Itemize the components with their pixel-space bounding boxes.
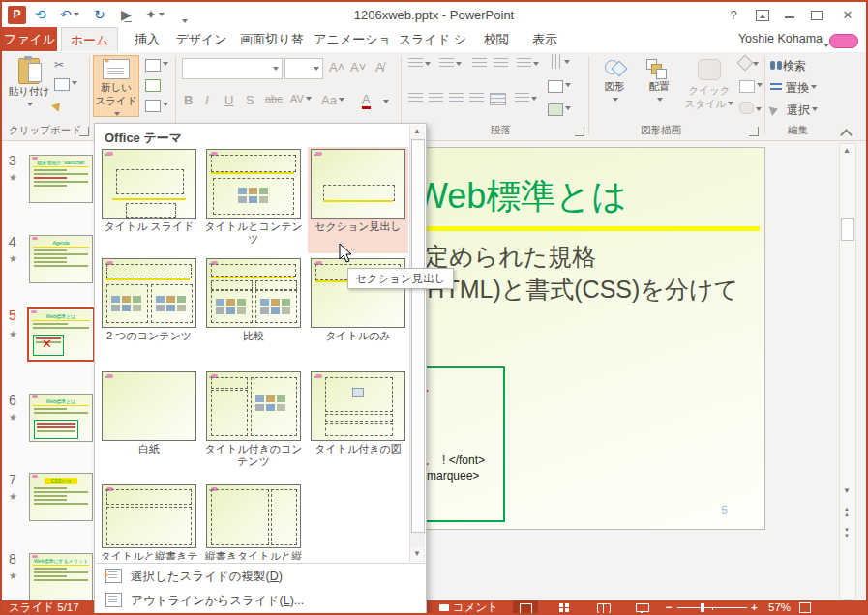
scroll-up-icon[interactable]: ▲ [840,144,853,158]
layout-vertical-title-and-text[interactable]: 縦書きタイトルと縦書きテキスト [203,483,304,560]
justify-button[interactable] [469,93,484,106]
select-button[interactable]: 選択 [770,102,818,119]
gallery-scrollbar[interactable]: ▲ ▼ [409,125,425,562]
slide-canvas[interactable]: Web標準とは 定められた規格 (HTML)と書式(CSS)を分けて ! </f… [410,147,765,530]
avatar[interactable] [829,34,858,48]
zoom-slider-thumb[interactable] [701,603,704,612]
font-color-button[interactable]: A [362,93,371,109]
slide-area-scrollbar[interactable]: ▲ ▼ ▲▲ ▼▼ [839,143,856,600]
zoom-in-button[interactable]: + [751,600,758,615]
shrink-font-button[interactable]: A˅ [350,60,366,74]
view-slideshow-button[interactable] [629,600,654,615]
account-name[interactable]: Yoshie Kohama [738,27,823,51]
slide-thumbnail-3[interactable]: 聴衆者紹介: wantchan [29,155,93,203]
tab-home[interactable]: ホーム [61,27,118,51]
comments-button[interactable]: コメント [439,600,498,615]
next-slide-icon[interactable]: ▼▼ [840,527,853,542]
clipboard-dialog-launcher[interactable] [79,127,89,136]
layout-comparison[interactable]: 比較 [203,256,304,342]
layout-section-header[interactable]: セクション見出し [308,147,408,253]
drawing-dialog-launcher[interactable] [749,127,759,136]
quick-styles-button[interactable]: クイックスタイル [683,55,735,117]
tab-review[interactable]: 校閲 [476,27,517,51]
gallery-scroll-up-icon[interactable]: ▲ [410,125,424,138]
scroll-down-icon[interactable]: ▼ [840,484,853,498]
tab-transitions[interactable]: 画面切り替え [234,27,310,51]
slide-title-text[interactable]: Web標準とは [415,173,627,220]
replace-button[interactable]: 置換 [770,80,817,97]
line-spacing-button[interactable] [517,58,539,72]
copy-button[interactable] [54,77,77,91]
format-painter-button[interactable] [54,98,64,113]
slide-counter[interactable]: スライド 5/17 [9,600,79,615]
grow-font-button[interactable]: A˄ [329,60,344,74]
slide-thumbnail-4[interactable]: Agenda [29,235,93,283]
view-normal-button[interactable] [513,600,538,615]
view-reading-button[interactable] [590,600,615,615]
tab-insert[interactable]: 挿入 [126,27,168,51]
clear-formatting-button[interactable]: A̸ [375,60,384,74]
tab-animations[interactable]: アニメーション [314,27,391,51]
scrollbar-thumb[interactable] [841,218,854,241]
slide-thumbnail-5-selected[interactable]: Web標準とは ✕ [27,308,95,362]
increase-indent-button[interactable] [494,58,508,72]
decrease-indent-button[interactable] [472,58,487,72]
layout-content-with-caption[interactable]: タイトル付きのコンテンツ [203,369,304,468]
columns-button[interactable] [515,93,537,106]
distribute-button[interactable] [490,93,506,108]
font-color-dropdown-icon[interactable] [381,95,389,109]
shape-fill-button[interactable] [739,57,759,72]
numbering-button[interactable] [439,58,462,72]
menu-duplicate-selected-slides[interactable]: 選択したスライドの複製(D) [96,565,425,588]
slide-body-line-2[interactable]: (HTML)と書式(CSS)を分けて [419,274,738,306]
layout-title-and-content[interactable]: タイトルとコンテンツ [203,147,304,246]
tab-design[interactable]: デザイン [174,27,228,51]
align-right-button[interactable] [449,93,464,106]
italic-button[interactable]: I [205,93,209,107]
bold-button[interactable]: B [184,93,193,107]
new-slide-button[interactable]: 新しい スライド [93,55,139,117]
help-button[interactable]: ? [727,9,740,21]
minimize-button[interactable] [783,9,796,21]
paste-button[interactable]: 貼り付け [7,55,51,117]
font-size-combo[interactable] [284,58,323,79]
layout-blank[interactable]: 白紙 [99,369,199,455]
strikethrough-button[interactable]: abc [265,93,283,104]
change-case-button[interactable]: Aa [321,93,344,107]
maximize-button[interactable] [810,9,823,21]
font-name-combo[interactable] [182,58,283,79]
fit-to-window-icon[interactable] [799,602,811,613]
reset-slide-button[interactable] [145,78,161,92]
close-button[interactable]: ✕ [841,9,854,21]
tab-view[interactable]: 表示 [524,27,565,51]
view-slide-sorter-button[interactable] [552,600,577,615]
align-text-button[interactable] [548,79,571,93]
gallery-scrollbar-thumb[interactable] [411,139,425,533]
find-button[interactable]: 検索 [770,58,806,74]
menu-slides-from-outline[interactable]: アウトラインからスライド(L)... [96,589,425,612]
layout-title-and-vertical-text[interactable]: タイトルと縦書きテキスト [99,483,199,560]
slide-thumbnail-7[interactable]: CSSとは [29,473,93,521]
section-button[interactable] [145,99,168,112]
slide-layout-button[interactable] [145,58,168,72]
layout-title-slide[interactable]: タイトル スライド [99,147,199,233]
align-left-button[interactable] [408,93,423,106]
character-spacing-button[interactable]: AV [290,93,312,104]
convert-smartart-button[interactable] [548,102,571,116]
cut-button[interactable]: ✂ [54,58,64,72]
zoom-percentage[interactable]: 57% [768,600,791,615]
slide-thumbnail-8[interactable]: Web標準にするメリット [29,553,93,601]
text-direction-button[interactable] [548,56,570,70]
paragraph-dialog-launcher[interactable] [575,127,584,136]
gallery-scroll-down-icon[interactable]: ▼ [410,547,424,561]
shadow-button[interactable]: S [246,93,254,107]
bullets-button[interactable] [408,58,431,72]
align-center-button[interactable] [429,93,443,106]
underline-button[interactable]: U [224,93,233,107]
layout-two-content[interactable]: 2 つのコンテンツ [99,256,199,342]
shape-outline-button[interactable] [739,79,763,93]
arrange-button[interactable]: 配置 [639,55,679,117]
previous-slide-icon[interactable]: ▲▲ [840,506,853,520]
ribbon-display-options-button[interactable] [756,9,769,21]
slide-thumbnail-6[interactable]: Web標準とは [29,394,93,442]
